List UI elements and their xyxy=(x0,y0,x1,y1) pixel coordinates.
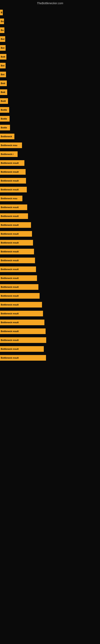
bar-label: Bott xyxy=(1,91,5,94)
bar-label: Bottleneck result xyxy=(1,330,19,332)
bar-row: Bottle xyxy=(0,115,100,123)
bar-label: Bo xyxy=(1,20,4,22)
bar-label: Bottleneck result xyxy=(1,250,19,253)
bar-item: B xyxy=(0,10,3,15)
bar-item: Bottleneck result xyxy=(0,258,35,263)
bar-item: Bot xyxy=(0,45,6,51)
bar-item: Bott xyxy=(0,54,6,60)
bar-row: Bottleneck result xyxy=(0,274,100,282)
bar-item: Bot xyxy=(0,72,6,77)
bar-label: B xyxy=(1,11,2,14)
bar-item: Bottleneck result xyxy=(0,275,37,281)
bar-row: Bot xyxy=(0,35,100,43)
bar-item: Bottleneck result xyxy=(0,320,44,325)
bar-item: Bottleneck resu xyxy=(0,142,22,148)
bar-item: Bottl xyxy=(0,98,8,104)
bar-label: Bottleneck result xyxy=(1,356,19,359)
bar-label: Bott xyxy=(1,82,5,84)
bar-label: Bott xyxy=(1,56,5,58)
bar-label: Bottleneck result xyxy=(1,348,19,350)
bar-label: Bottleneck result xyxy=(1,304,19,306)
bar-row: Bottleneck resu xyxy=(0,194,100,202)
bar-label: Bottleneck result xyxy=(1,162,19,164)
bar-row: Bottleneck result xyxy=(0,318,100,326)
bar-item: Bottleneck result xyxy=(0,204,27,210)
bar-row: Bottleneck result xyxy=(0,177,100,185)
bar-label: Bottleneck result xyxy=(1,233,19,235)
bar-label: Bottleneck result xyxy=(1,206,19,208)
bar-item: Bottleneck result xyxy=(0,337,46,343)
bar-item: Bott xyxy=(0,80,7,86)
bar-row: Bottleneck result xyxy=(0,283,100,291)
bar-item: Bottleneck result xyxy=(0,169,26,175)
bar-item: Bottle xyxy=(0,125,10,130)
bar-row: Bottleneck result xyxy=(0,203,100,211)
bar-row: Bottleneck result xyxy=(0,345,100,353)
bar-item: Bott xyxy=(0,89,7,95)
bar-label: Bottleneck result xyxy=(1,224,19,226)
bar-row: Bottleneck result xyxy=(0,248,100,256)
bar-row: Bo xyxy=(0,17,100,25)
bar-item: Bot xyxy=(0,36,5,42)
bar-row: Bottle xyxy=(0,106,100,114)
bar-row: Bott xyxy=(0,79,100,87)
bar-item: Bottleneck r xyxy=(0,151,18,157)
bar-item: Bo xyxy=(0,27,4,33)
bar-item: Bottleneck resu xyxy=(0,196,22,201)
bar-row: Bottleneck result xyxy=(0,212,100,220)
bar-label: Bottl xyxy=(1,100,6,102)
bar-row: Bottleneck result xyxy=(0,168,100,176)
bar-label: Bottleneck result xyxy=(1,286,19,288)
bar-item: Bottleneck result xyxy=(0,240,33,246)
bar-label: Bottleneck result xyxy=(1,215,19,217)
bar-row: Bottleneck r xyxy=(0,150,100,158)
bar-label: Bottleneck result xyxy=(1,188,19,191)
bar-item: Bottleneck result xyxy=(0,187,27,192)
bar-row: Bottleneck result xyxy=(0,327,100,335)
bar-label: Bo xyxy=(1,29,4,32)
bar-item: Bottle xyxy=(0,116,10,122)
bar-row: Bot xyxy=(0,44,100,52)
bar-label: Bot xyxy=(1,73,4,76)
bar-row: Bott xyxy=(0,53,100,61)
bar-item: Bottleneck result xyxy=(0,231,32,237)
bar-row: Bott xyxy=(0,88,100,96)
bar-label: Bottleneck result xyxy=(1,295,19,297)
bar-label: Bottleneck result xyxy=(1,312,19,315)
bar-row: B xyxy=(0,8,100,16)
bar-item: Bottleneck result xyxy=(0,249,34,254)
bar-row: Bottleneck result xyxy=(0,159,100,167)
bar-row: Bottleneck xyxy=(0,132,100,140)
bar-label: Bottleneck result xyxy=(1,268,19,270)
bar-row: Bottleneck result xyxy=(0,336,100,344)
bar-item: Bottleneck result xyxy=(0,311,43,316)
bar-row: Bottleneck result xyxy=(0,292,100,300)
bar-row: Bot xyxy=(0,62,100,70)
bar-item: Bottleneck result xyxy=(0,302,42,308)
bar-row: Bottle xyxy=(0,124,100,132)
bars-container: BBoBoBotBotBottBotBotBottBottBottlBottle… xyxy=(0,6,100,365)
bar-row: Bottleneck result xyxy=(0,256,100,264)
bar-item: Bot xyxy=(0,63,6,68)
bar-item: Bo xyxy=(0,18,4,24)
bar-label: Bottle xyxy=(1,118,7,120)
bar-item: Bottleneck xyxy=(0,134,14,139)
bar-item: Bottleneck result xyxy=(0,293,40,299)
bar-row: Bottleneck result xyxy=(0,221,100,229)
bar-label: Bottleneck result xyxy=(1,171,19,173)
bar-label: Bottleneck resu xyxy=(1,144,17,146)
bar-label: Bottle xyxy=(1,109,7,111)
bar-row: Bottleneck result xyxy=(0,310,100,318)
bar-row: Bottl xyxy=(0,97,100,105)
bar-row: Bo xyxy=(0,26,100,34)
bar-row: Bottleneck result xyxy=(0,230,100,238)
bar-row: Bot xyxy=(0,70,100,78)
bar-label: Bottleneck result xyxy=(1,259,19,262)
bar-row: Bottleneck result xyxy=(0,186,100,194)
bar-item: Bottleneck result xyxy=(0,284,38,290)
site-title: TheBottlenecker.com xyxy=(0,0,100,6)
bar-item: Bottle xyxy=(0,107,9,113)
bar-row: Bottleneck result xyxy=(0,354,100,362)
bar-item: Bottleneck result xyxy=(0,222,31,228)
bar-label: Bot xyxy=(1,47,4,49)
